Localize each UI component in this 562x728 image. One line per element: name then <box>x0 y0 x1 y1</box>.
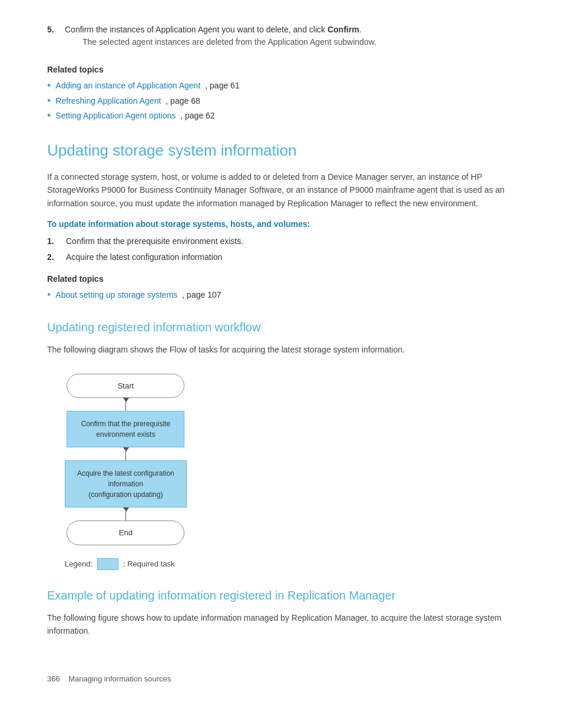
flow-box1-line1: Confirm that the prerequisite <box>81 420 170 428</box>
flow-end-node: End <box>65 521 187 545</box>
procedure-steps: 1. Confirm that the prerequisite environ… <box>47 235 527 263</box>
link-adding-application-agent[interactable]: Adding an instance of Application Agent <box>55 80 200 92</box>
section-workflow-body: The following diagram shows the Flow of … <box>47 343 527 356</box>
step-5-text2: . <box>359 25 362 34</box>
page-footer: 366 Managing information sources <box>47 673 527 685</box>
step-5-number: 5. <box>47 24 58 54</box>
page-ref-1: , page 61 <box>205 80 239 92</box>
list-item: Setting Application Agent options, page … <box>47 110 527 123</box>
section-workflow-title: Updating registered information workflow <box>47 318 527 336</box>
legend-required-box <box>97 558 118 570</box>
legend-area: Legend: : Required task <box>65 558 527 570</box>
section-main-body: If a connected storage system, host, or … <box>47 170 527 210</box>
page-ref-3: , page 62 <box>180 110 214 122</box>
step-text-1: Confirm that the prerequisite environmen… <box>66 235 243 248</box>
procedure-label: To update information about storage syst… <box>47 218 527 230</box>
flow-arrow-2 <box>125 447 127 460</box>
list-item: About setting up storage systems, page 1… <box>47 289 527 302</box>
flow-box1-node: Confirm that the prerequisite environmen… <box>65 411 187 460</box>
related-topics-2-list: About setting up storage systems, page 1… <box>47 289 527 302</box>
flow-arrow-3 <box>125 508 127 521</box>
step-text-2: Acquire the latest configuration informa… <box>66 251 222 263</box>
step-5-content: Confirm the instances of Application Age… <box>65 24 527 54</box>
footer-page-number: 366 <box>47 674 60 683</box>
link-setting-application-agent[interactable]: Setting Application Agent options <box>55 110 176 122</box>
section-main-title: Updating storage system information <box>47 139 527 162</box>
flow-start-node: Start <box>65 374 187 411</box>
flow-box1-line2: environment exists <box>96 430 155 439</box>
step-5-text: Confirm the instances of Application Age… <box>65 25 328 34</box>
section-example-title: Example of updating information register… <box>47 587 527 604</box>
flow-box2-line2: information <box>108 480 143 488</box>
step-5-item: 5. Confirm the instances of Application … <box>47 24 527 54</box>
step-num-2: 2. <box>47 251 59 263</box>
link-refreshing-application-agent[interactable]: Refreshing Application Agent <box>55 95 161 107</box>
procedure-step-1: 1. Confirm that the prerequisite environ… <box>47 235 527 248</box>
related-topics-1-list: Adding an instance of Application Agent,… <box>47 80 527 123</box>
flow-arrow-1 <box>125 398 127 411</box>
related-topics-1-label: Related topics <box>47 64 527 76</box>
flow-box-2: Acquire the latest configuration informa… <box>65 460 187 508</box>
flow-box2-line3: (configuration updating) <box>88 490 163 499</box>
list-item: Refreshing Application Agent, page 68 <box>47 95 527 108</box>
link-about-setting-storage[interactable]: About setting up storage systems <box>55 289 177 301</box>
step-5-subtext: The selected agent instances are deleted… <box>82 36 527 48</box>
step-5-bold: Confirm <box>328 25 359 34</box>
page-ref-rt2: , page 107 <box>182 289 221 301</box>
flowchart: Start Confirm that the prerequisite envi… <box>65 374 187 545</box>
footer-text: Managing information sources <box>68 674 171 683</box>
list-item: Adding an instance of Application Agent,… <box>47 80 527 93</box>
flow-end-box: End <box>67 521 184 545</box>
legend-item-text: : Required task <box>123 558 174 570</box>
section-example-body: The following figure shows how to update… <box>47 611 527 638</box>
page-ref-2: , page 68 <box>166 95 200 107</box>
flow-box2-node: Acquire the latest configuration informa… <box>65 460 187 521</box>
procedure-step-2: 2. Acquire the latest configuration info… <box>47 251 527 263</box>
flow-box2-line1: Acquire the latest configuration <box>77 469 174 477</box>
legend-label: Legend: <box>65 558 92 570</box>
flow-start-box: Start <box>67 374 184 398</box>
step-num-1: 1. <box>47 235 59 248</box>
flow-box-1: Confirm that the prerequisite environmen… <box>67 411 184 447</box>
related-topics-2-label: Related topics <box>47 273 527 285</box>
